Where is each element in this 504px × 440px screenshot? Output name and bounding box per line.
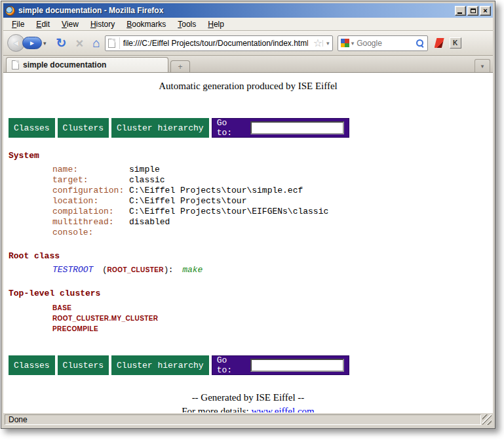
menu-edit[interactable]: Edit <box>30 18 56 30</box>
root-cluster-link[interactable]: ROOT_CLUSTER <box>107 266 163 273</box>
window-title: simple documentation - Mozilla Firefox <box>18 6 163 15</box>
root-class-heading: Root class <box>9 251 493 261</box>
bottom-nav-button-row: Classes Clusters Cluster hierarchy Go to… <box>9 355 493 375</box>
search-box[interactable]: ▾ <box>338 35 428 51</box>
list-all-tabs-button[interactable]: ▾ <box>475 59 490 72</box>
new-tab-icon: + <box>178 62 182 71</box>
stop-button[interactable]: × <box>75 37 83 50</box>
k-addon-button[interactable]: K <box>450 37 461 49</box>
top-nav-button-row: Classes Clusters Cluster hierarchy Go to… <box>9 118 493 138</box>
system-row-console: console: <box>52 228 493 238</box>
list-all-tabs-icon: ▾ <box>481 63 484 70</box>
property-value: classic <box>129 175 165 185</box>
reload-button[interactable]: ↻ <box>56 37 67 49</box>
home-button[interactable]: ⌂ <box>92 37 100 49</box>
creation-feature-link[interactable]: make <box>182 265 203 275</box>
system-heading: System <box>9 151 493 161</box>
classes-button-bottom[interactable]: Classes <box>9 355 55 375</box>
cluster-link-root-cluster-my-cluster[interactable]: ROOT_CLUSTER.MY_CLUSTER <box>52 313 493 324</box>
system-row-target: target:classic <box>52 175 493 186</box>
goto-input-bottom[interactable] <box>250 359 344 372</box>
goto-input-top[interactable] <box>250 121 344 134</box>
cluster-hierarchy-button-top[interactable]: Cluster hierarchy <box>111 118 209 138</box>
cluster-list: BASE ROOT_CLUSTER.MY_CLUSTER PRECOMPILE <box>52 303 493 334</box>
root-class-link[interactable]: TESTROOT <box>52 265 93 275</box>
property-value: C:\Eiffel Projects\tour <box>129 196 246 206</box>
page-footer: -- Generated by ISE Eiffel -- For more d… <box>3 392 493 412</box>
property-label: target: <box>52 175 129 186</box>
url-input[interactable] <box>123 39 308 48</box>
eiffel-com-link[interactable]: www.eiffel.com <box>252 406 315 412</box>
cluster-link-precompile[interactable]: PRECOMPILE <box>52 324 493 334</box>
firefox-icon <box>5 6 15 16</box>
close-button[interactable]: × <box>480 6 491 16</box>
clusters-button-top[interactable]: Clusters <box>58 118 109 138</box>
details-line: For more details: www.eiffel.com <box>3 406 493 412</box>
system-properties: name:simple target:classic configuration… <box>52 165 493 238</box>
system-row-configuration: configuration:C:\Eiffel Projects\tour\si… <box>52 186 493 196</box>
classes-button-top[interactable]: Classes <box>9 118 55 138</box>
new-tab-button[interactable]: + <box>170 60 190 72</box>
search-icon[interactable] <box>416 39 425 48</box>
status-text: Done <box>5 414 481 425</box>
property-label: multithread: <box>52 217 129 228</box>
url-separator <box>119 37 120 49</box>
star-icon[interactable]: ☆ <box>313 38 322 49</box>
generated-by-text: -- Generated by ISE Eiffel -- <box>3 392 493 403</box>
tab-bar: simple documentation + ▾ <box>3 56 493 73</box>
page-icon <box>108 39 115 48</box>
property-label: name: <box>52 165 129 175</box>
window-controls: × <box>455 6 491 16</box>
menu-history[interactable]: History <box>85 18 121 30</box>
screenshot-stage: simple documentation - Mozilla Firefox ×… <box>0 0 504 440</box>
tab-label: simple documentation <box>23 60 106 70</box>
maximize-icon <box>471 9 476 13</box>
property-value: C:\Eiffel Projects\tour\simple.ecf <box>129 186 303 195</box>
url-bar[interactable]: ☆ ▾ <box>105 35 333 51</box>
property-value: C:\Eiffel Projects\tour\EIFGENs\classic <box>129 207 328 216</box>
menu-bookmarks[interactable]: Bookmarks <box>121 18 172 30</box>
navigation-toolbar: ◄ ► ▾ ↻ × ⌂ ☆ ▾ ▾ K <box>3 31 493 56</box>
page-content: Automatic generation produced by ISE Eif… <box>3 73 493 412</box>
url-dropdown-icon[interactable]: ▾ <box>322 40 330 47</box>
forward-button[interactable]: ► <box>22 37 42 49</box>
system-row-compilation: compilation:C:\Eiffel Projects\tour\EIFG… <box>52 207 493 217</box>
kaspersky-icon[interactable] <box>435 38 444 48</box>
goto-box-top: Go to: <box>212 118 349 138</box>
search-input[interactable] <box>357 39 415 48</box>
reload-icon: ↻ <box>56 36 67 50</box>
top-level-clusters-heading: Top-level clusters <box>9 289 493 298</box>
home-icon: ⌂ <box>92 36 100 50</box>
title-bar[interactable]: simple documentation - Mozilla Firefox × <box>3 3 493 18</box>
tab-simple-documentation[interactable]: simple documentation <box>6 57 168 72</box>
goto-label-top: Go to: <box>217 118 246 138</box>
google-icon <box>341 39 349 47</box>
back-icon: ◄ <box>12 38 20 48</box>
property-label: compilation: <box>52 207 129 217</box>
firefox-window: simple documentation - Mozilla Firefox ×… <box>1 1 495 429</box>
system-row-multithread: multithread:disabled <box>52 217 493 228</box>
close-icon: × <box>483 7 487 14</box>
menu-view[interactable]: View <box>56 18 85 30</box>
resize-grip[interactable] <box>482 414 492 425</box>
page-title: Automatic generation produced by ISE Eif… <box>3 81 493 92</box>
search-engine-dropdown-icon[interactable]: ▾ <box>351 40 355 47</box>
history-dropdown-icon[interactable]: ▾ <box>43 40 47 47</box>
menu-tools[interactable]: Tools <box>172 18 202 30</box>
property-label: configuration: <box>52 186 129 196</box>
property-value: disabled <box>129 217 170 227</box>
status-bar: Done <box>3 412 493 426</box>
property-value: simple <box>129 165 160 174</box>
cluster-hierarchy-button-bottom[interactable]: Cluster hierarchy <box>111 355 209 375</box>
goto-label-bottom: Go to: <box>217 355 246 375</box>
clusters-button-bottom[interactable]: Clusters <box>58 355 109 375</box>
maximize-button[interactable] <box>467 6 478 16</box>
root-class-line: TESTROOT (ROOT_CLUSTER): make <box>52 265 493 275</box>
menu-help[interactable]: Help <box>202 18 230 30</box>
menu-file[interactable]: File <box>6 18 30 30</box>
cluster-link-base[interactable]: BASE <box>52 303 493 313</box>
tab-page-icon <box>12 60 19 70</box>
forward-icon: ► <box>29 39 35 47</box>
minimize-button[interactable] <box>455 6 466 16</box>
details-prefix: For more details: <box>182 406 251 412</box>
